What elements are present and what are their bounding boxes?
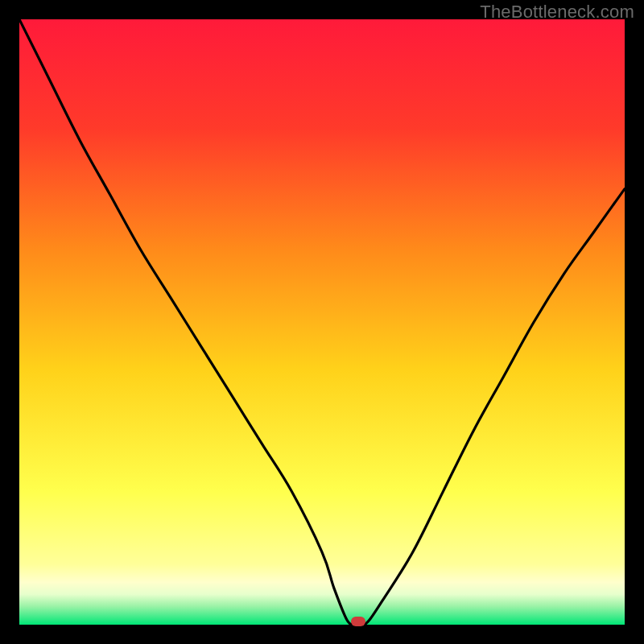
plot-svg [19, 19, 625, 625]
plot-area [19, 19, 625, 625]
watermark-label: TheBottleneck.com [480, 2, 634, 23]
chart-stage: TheBottleneck.com [0, 0, 644, 644]
